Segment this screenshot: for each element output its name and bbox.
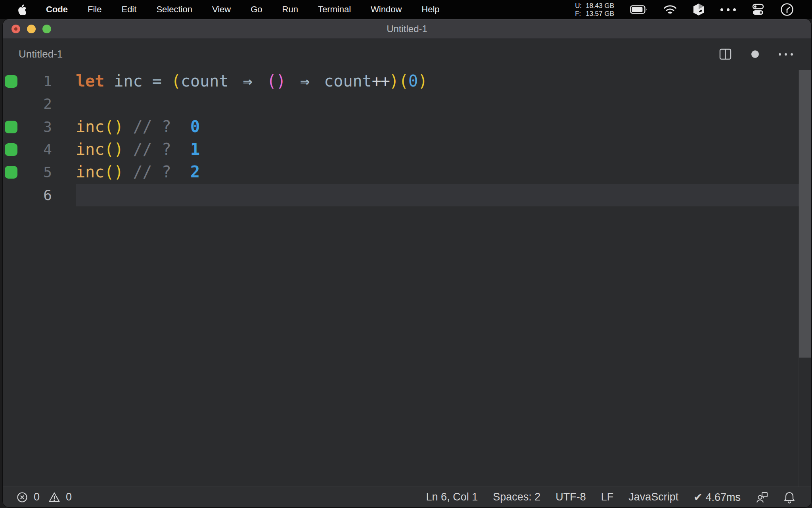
more-status-items-icon[interactable] <box>720 8 736 11</box>
minimize-button[interactable] <box>27 25 36 33</box>
warnings-count: 0 <box>66 491 72 503</box>
menu-item-window[interactable]: Window <box>371 4 402 15</box>
zoom-button[interactable] <box>42 25 51 33</box>
line-number: 4 <box>3 138 52 161</box>
memory-used-value: 18.43 GB <box>586 2 614 10</box>
line-number: 3 <box>3 115 52 139</box>
memory-used-label: U: <box>575 2 582 10</box>
code-line-3[interactable]: 3inc() // ? 0 <box>3 115 811 138</box>
memory-free-value: 13.57 GB <box>586 10 614 17</box>
warnings-icon <box>48 492 60 503</box>
status-item[interactable]: LF <box>601 491 614 504</box>
menu-item-go[interactable]: Go <box>251 4 262 15</box>
editor-actions <box>719 48 811 60</box>
apple-menu-icon[interactable] <box>17 4 26 15</box>
editor-filename-label[interactable]: Untitled-1 <box>3 48 63 60</box>
screen: CodeFileEditSelectionViewGoRunTerminalWi… <box>0 0 812 508</box>
menu-item-terminal[interactable]: Terminal <box>318 4 351 15</box>
code-line-5[interactable]: 5inc() // ? 2 <box>3 161 811 183</box>
control-center-icon[interactable] <box>752 4 764 15</box>
battery-icon[interactable] <box>630 5 647 14</box>
app-icon[interactable] <box>693 3 705 16</box>
macos-menu-bar: CodeFileEditSelectionViewGoRunTerminalWi… <box>0 0 812 19</box>
menu-item-file[interactable]: File <box>88 4 102 15</box>
scrollbar-thumb[interactable] <box>799 70 811 358</box>
menu-item-view[interactable]: View <box>212 4 231 15</box>
split-editor-icon[interactable] <box>719 48 732 60</box>
menu-bar-status-area: U: 18.43 GB F: 13.57 GB <box>575 2 812 17</box>
status-right-items: Ln 6, Col 1Spaces: 2UTF-8LFJavaScript✔ 4… <box>426 491 741 504</box>
window-title-bar[interactable]: Untitled-1 <box>3 19 811 39</box>
close-button[interactable] <box>11 25 20 33</box>
errors-icon <box>16 491 28 503</box>
code-text: inc() // ? 2 <box>76 161 795 184</box>
line-number: 6 <box>3 184 52 207</box>
menu-item-edit[interactable]: Edit <box>121 4 136 15</box>
line-number: 5 <box>3 161 52 184</box>
code-line-4[interactable]: 4inc() // ? 1 <box>3 138 811 161</box>
menu-item-help[interactable]: Help <box>421 4 439 15</box>
code-editor[interactable]: 1let inc = (count ⇒ () ⇒ count++)(0)23in… <box>3 69 811 487</box>
code-text <box>76 184 795 207</box>
status-item[interactable]: Spaces: 2 <box>493 491 540 504</box>
code-text: let inc = (count ⇒ () ⇒ count++)(0) <box>76 70 795 93</box>
code-line-6[interactable]: 6 <box>3 184 811 206</box>
menu-item-code[interactable]: Code <box>46 4 68 15</box>
errors-count: 0 <box>34 491 40 503</box>
status-item[interactable]: JavaScript <box>628 491 678 504</box>
line-number: 2 <box>3 92 52 115</box>
feedback-icon[interactable] <box>756 491 768 504</box>
status-item[interactable]: Ln 6, Col 1 <box>426 491 478 504</box>
code-text <box>76 92 795 115</box>
more-actions-icon[interactable] <box>779 53 793 56</box>
wifi-icon[interactable] <box>663 4 677 15</box>
status-item[interactable]: ✔ 4.67ms <box>693 491 741 504</box>
memory-status[interactable]: U: 18.43 GB F: 13.57 GB <box>575 2 614 17</box>
notifications-bell-icon[interactable] <box>783 491 795 504</box>
clock-icon[interactable] <box>780 3 794 16</box>
code-line-1[interactable]: 1let inc = (count ⇒ () ⇒ count++)(0) <box>3 70 811 92</box>
menu-item-run[interactable]: Run <box>282 4 298 15</box>
traffic-lights <box>11 19 51 38</box>
code-line-2[interactable]: 2 <box>3 92 811 115</box>
status-item[interactable]: UTF-8 <box>555 491 586 504</box>
problems-status[interactable]: 0 0 <box>3 491 72 503</box>
menu-item-selection[interactable]: Selection <box>156 4 192 15</box>
status-bar: 0 0 Ln 6, Col 1Spaces: 2UTF-8LFJavaScrip… <box>3 487 811 507</box>
status-bar-right: Ln 6, Col 1Spaces: 2UTF-8LFJavaScript✔ 4… <box>426 491 811 504</box>
window-title: Untitled-1 <box>387 23 427 35</box>
memory-free-label: F: <box>575 10 582 17</box>
editor-title-header: Untitled-1 <box>3 39 811 69</box>
code-text: inc() // ? 1 <box>76 138 795 161</box>
vscode-window: Untitled-1 Untitled-1 1let inc = (count … <box>3 19 811 507</box>
unsaved-changes-indicator-icon[interactable] <box>751 50 759 58</box>
line-number: 1 <box>3 70 52 93</box>
menu-items: CodeFileEditSelectionViewGoRunTerminalWi… <box>46 4 440 15</box>
code-text: inc() // ? 0 <box>76 115 795 139</box>
menu-bar-left: CodeFileEditSelectionViewGoRunTerminalWi… <box>0 4 440 15</box>
